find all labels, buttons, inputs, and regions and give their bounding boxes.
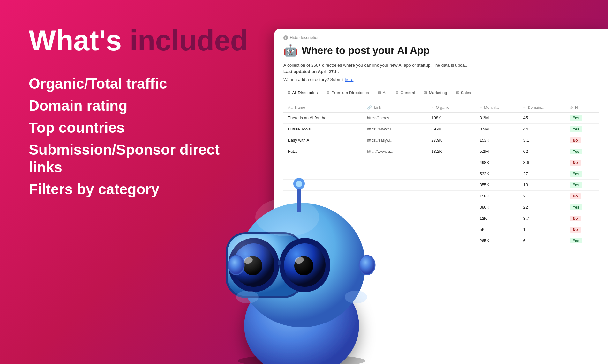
cell-has: No (565, 135, 599, 146)
cell-monthly: 5.2M (475, 146, 519, 157)
cell-domain: 45 (519, 112, 565, 123)
cell-has: No (565, 190, 599, 202)
hide-description-label: Hide description (290, 35, 319, 40)
svg-point-22 (296, 181, 302, 187)
th-organic: ≡ Organic ... (427, 103, 475, 113)
cell-domain: 13 (519, 179, 565, 190)
svg-point-19 (345, 291, 367, 303)
tab-icon-all: ⊞ (287, 90, 290, 95)
svg-point-17 (359, 256, 375, 275)
robot-character (198, 141, 405, 364)
cell-has: Yes (565, 168, 599, 179)
cell-organic (427, 235, 475, 243)
tab-label-premium: Premium Directories (331, 90, 369, 95)
cell-has: Yes (565, 202, 599, 213)
tab-icon-sales: ⊞ (456, 90, 459, 95)
cell-organic (427, 202, 475, 213)
cell-has: No (565, 213, 599, 224)
tab-sales[interactable]: ⊞ Sales (452, 88, 475, 98)
info-icon: i (283, 35, 288, 40)
tab-label-general: General (400, 90, 415, 95)
cell-domain: 27 (519, 168, 565, 179)
cell-organic: 27.9K (427, 135, 475, 146)
tab-ai[interactable]: ⊞ AI (374, 88, 390, 98)
cell-has: Yes (565, 123, 599, 135)
tab-all-directories[interactable]: ⊞ All Directories (283, 88, 321, 98)
page-description-line1: A collection of 250+ directories where y… (283, 62, 599, 75)
cell-has: No (565, 157, 599, 168)
headline-part1: What's (29, 25, 130, 56)
cell-organic (427, 168, 475, 179)
svg-rect-20 (297, 187, 301, 212)
cell-monthly: 5K (475, 224, 519, 235)
tab-general[interactable]: ⊞ General (392, 88, 419, 98)
tab-icon-ai: ⊞ (378, 90, 381, 95)
headline-part2: included (130, 25, 248, 56)
feature-item-3: Top countries (29, 119, 249, 137)
cell-link: https://theres... (363, 112, 427, 123)
th-domain: ≡ Domain... (519, 103, 565, 113)
table-header-row: Aa Name 🔗 Link ≡ Organic ... ≡ Monthl...… (283, 103, 599, 113)
cell-monthly: 498K (475, 157, 519, 168)
cell-monthly: 355K (475, 179, 519, 190)
headline: What's included (29, 26, 249, 56)
page-emoji: 🤖 (283, 44, 298, 57)
cell-has: Yes (565, 235, 599, 243)
cell-monthly: 153K (475, 135, 519, 146)
cell-name: Future Tools (283, 123, 363, 135)
cell-organic (427, 213, 475, 224)
cell-domain: 6 (519, 235, 565, 243)
cell-monthly: 3.2M (475, 112, 519, 123)
tab-icon-marketing: ⊞ (424, 90, 427, 95)
tab-label-all: All Directories (292, 90, 318, 95)
page-description-line2: Last updated on April 27th. (283, 69, 339, 74)
th-h: ⊙ H (565, 103, 599, 113)
cell-has: Yes (565, 112, 599, 123)
tab-label-ai: AI (383, 90, 387, 95)
cell-monthly: 386K (475, 202, 519, 213)
main-container: What's included Organic/Total traffic Do… (0, 0, 608, 364)
tab-icon-premium: ⊞ (327, 90, 330, 95)
hide-description-button[interactable]: i Hide description (283, 35, 599, 40)
feature-item-1: Organic/Total traffic (29, 75, 249, 93)
cell-organic (427, 157, 475, 168)
cell-monthly: 12K (475, 213, 519, 224)
page-title: Where to post your AI App (302, 45, 430, 56)
cell-organic: 13.2K (427, 146, 475, 157)
th-link: 🔗 Link (363, 103, 427, 113)
cell-organic (427, 224, 475, 235)
svg-point-15 (255, 198, 319, 236)
th-name: Aa Name (283, 103, 363, 113)
table-row: Future Tools https://www.fu... 69.4K 3.5… (283, 123, 599, 135)
tab-marketing[interactable]: ⊞ Marketing (420, 88, 451, 98)
cell-organic: 69.4K (427, 123, 475, 135)
svg-point-16 (228, 256, 244, 275)
tab-premium-directories[interactable]: ⊞ Premium Directories (323, 88, 373, 98)
cell-domain: 3.1 (519, 135, 565, 146)
submit-link[interactable]: here (345, 77, 353, 82)
cell-organic: 108K (427, 112, 475, 123)
cell-domain: 1 (519, 224, 565, 235)
cell-has: Yes (565, 146, 599, 157)
cell-domain: 22 (519, 202, 565, 213)
cell-monthly: 158K (475, 190, 519, 202)
cell-monthly: 3.5M (475, 123, 519, 135)
tabs-row: ⊞ All Directories ⊞ Premium Directories … (283, 88, 599, 98)
tab-icon-general: ⊞ (395, 90, 399, 95)
cell-domain: 44 (519, 123, 565, 135)
cell-domain: 3.6 (519, 157, 565, 168)
svg-point-18 (236, 291, 259, 303)
cell-has: No (565, 224, 599, 235)
cell-domain: 62 (519, 146, 565, 157)
cell-has: Yes (565, 179, 599, 190)
cell-monthly: 532K (475, 168, 519, 179)
tab-label-marketing: Marketing (429, 90, 447, 95)
cell-link: https://www.fu... (363, 123, 427, 135)
th-monthly: ≡ Monthl... (475, 103, 519, 113)
tab-label-sales: Sales (461, 90, 471, 95)
cell-domain: 21 (519, 190, 565, 202)
cell-organic (427, 179, 475, 190)
cell-organic (427, 190, 475, 202)
cell-domain: 3.7 (519, 213, 565, 224)
cell-name: There is an AI for that (283, 112, 363, 123)
